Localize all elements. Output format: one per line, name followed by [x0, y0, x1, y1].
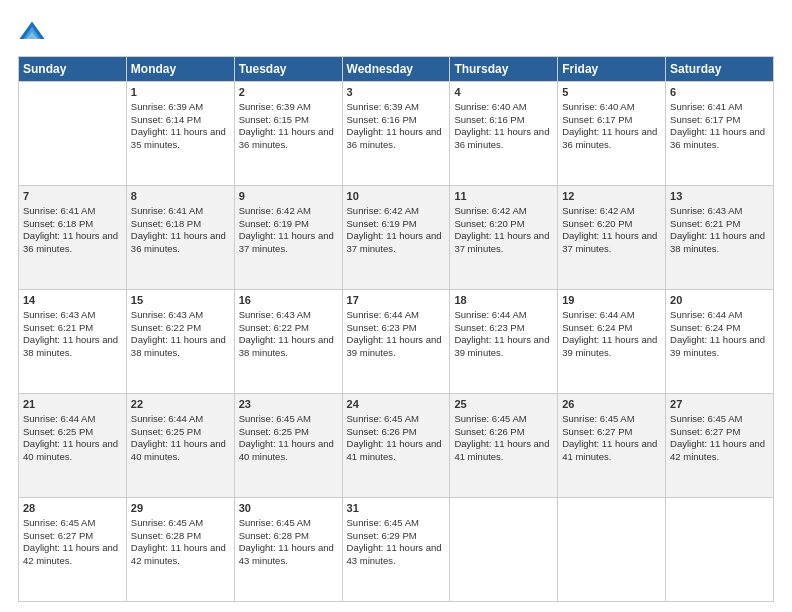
daylight: Daylight: 11 hours and 42 minutes.	[670, 438, 765, 462]
weekday-header-tuesday: Tuesday	[234, 57, 342, 82]
day-number: 16	[239, 293, 338, 308]
daylight: Daylight: 11 hours and 39 minutes.	[562, 334, 657, 358]
sunrise: Sunrise: 6:44 AM	[23, 413, 95, 424]
daylight: Daylight: 11 hours and 36 minutes.	[670, 126, 765, 150]
day-cell	[450, 498, 558, 602]
weekday-header-saturday: Saturday	[666, 57, 774, 82]
day-cell: 10Sunrise: 6:42 AMSunset: 6:19 PMDayligh…	[342, 186, 450, 290]
daylight: Daylight: 11 hours and 41 minutes.	[454, 438, 549, 462]
day-cell: 29Sunrise: 6:45 AMSunset: 6:28 PMDayligh…	[126, 498, 234, 602]
day-cell: 21Sunrise: 6:44 AMSunset: 6:25 PMDayligh…	[19, 394, 127, 498]
sunrise: Sunrise: 6:42 AM	[239, 205, 311, 216]
weekday-row: SundayMondayTuesdayWednesdayThursdayFrid…	[19, 57, 774, 82]
sunset: Sunset: 6:24 PM	[562, 322, 632, 333]
day-number: 2	[239, 85, 338, 100]
sunset: Sunset: 6:27 PM	[23, 530, 93, 541]
day-number: 20	[670, 293, 769, 308]
day-cell: 6Sunrise: 6:41 AMSunset: 6:17 PMDaylight…	[666, 82, 774, 186]
day-cell	[558, 498, 666, 602]
sunrise: Sunrise: 6:45 AM	[347, 413, 419, 424]
daylight: Daylight: 11 hours and 38 minutes.	[131, 334, 226, 358]
daylight: Daylight: 11 hours and 41 minutes.	[347, 438, 442, 462]
sunrise: Sunrise: 6:39 AM	[347, 101, 419, 112]
sunrise: Sunrise: 6:41 AM	[670, 101, 742, 112]
sunset: Sunset: 6:17 PM	[670, 114, 740, 125]
day-number: 15	[131, 293, 230, 308]
day-number: 28	[23, 501, 122, 516]
day-number: 6	[670, 85, 769, 100]
page: SundayMondayTuesdayWednesdayThursdayFrid…	[0, 0, 792, 612]
header	[18, 18, 774, 46]
day-number: 27	[670, 397, 769, 412]
day-number: 17	[347, 293, 446, 308]
sunset: Sunset: 6:20 PM	[454, 218, 524, 229]
sunset: Sunset: 6:23 PM	[347, 322, 417, 333]
sunset: Sunset: 6:14 PM	[131, 114, 201, 125]
daylight: Daylight: 11 hours and 38 minutes.	[670, 230, 765, 254]
day-number: 12	[562, 189, 661, 204]
day-cell: 2Sunrise: 6:39 AMSunset: 6:15 PMDaylight…	[234, 82, 342, 186]
day-cell: 13Sunrise: 6:43 AMSunset: 6:21 PMDayligh…	[666, 186, 774, 290]
sunset: Sunset: 6:28 PM	[239, 530, 309, 541]
day-number: 9	[239, 189, 338, 204]
sunset: Sunset: 6:21 PM	[670, 218, 740, 229]
day-cell: 23Sunrise: 6:45 AMSunset: 6:25 PMDayligh…	[234, 394, 342, 498]
sunrise: Sunrise: 6:45 AM	[239, 517, 311, 528]
daylight: Daylight: 11 hours and 36 minutes.	[23, 230, 118, 254]
day-cell: 25Sunrise: 6:45 AMSunset: 6:26 PMDayligh…	[450, 394, 558, 498]
day-cell: 14Sunrise: 6:43 AMSunset: 6:21 PMDayligh…	[19, 290, 127, 394]
daylight: Daylight: 11 hours and 35 minutes.	[131, 126, 226, 150]
sunrise: Sunrise: 6:45 AM	[347, 517, 419, 528]
day-cell: 27Sunrise: 6:45 AMSunset: 6:27 PMDayligh…	[666, 394, 774, 498]
daylight: Daylight: 11 hours and 37 minutes.	[454, 230, 549, 254]
sunset: Sunset: 6:21 PM	[23, 322, 93, 333]
sunrise: Sunrise: 6:44 AM	[670, 309, 742, 320]
sunrise: Sunrise: 6:42 AM	[347, 205, 419, 216]
daylight: Daylight: 11 hours and 39 minutes.	[347, 334, 442, 358]
day-cell: 3Sunrise: 6:39 AMSunset: 6:16 PMDaylight…	[342, 82, 450, 186]
sunset: Sunset: 6:26 PM	[347, 426, 417, 437]
daylight: Daylight: 11 hours and 37 minutes.	[347, 230, 442, 254]
sunrise: Sunrise: 6:45 AM	[454, 413, 526, 424]
day-number: 24	[347, 397, 446, 412]
day-cell: 31Sunrise: 6:45 AMSunset: 6:29 PMDayligh…	[342, 498, 450, 602]
sunset: Sunset: 6:23 PM	[454, 322, 524, 333]
weekday-header-wednesday: Wednesday	[342, 57, 450, 82]
day-cell: 28Sunrise: 6:45 AMSunset: 6:27 PMDayligh…	[19, 498, 127, 602]
sunrise: Sunrise: 6:43 AM	[23, 309, 95, 320]
sunset: Sunset: 6:26 PM	[454, 426, 524, 437]
day-number: 21	[23, 397, 122, 412]
weekday-header-monday: Monday	[126, 57, 234, 82]
day-cell: 4Sunrise: 6:40 AMSunset: 6:16 PMDaylight…	[450, 82, 558, 186]
sunrise: Sunrise: 6:43 AM	[670, 205, 742, 216]
sunset: Sunset: 6:24 PM	[670, 322, 740, 333]
sunset: Sunset: 6:16 PM	[454, 114, 524, 125]
sunset: Sunset: 6:25 PM	[131, 426, 201, 437]
sunset: Sunset: 6:15 PM	[239, 114, 309, 125]
logo	[18, 18, 48, 46]
day-number: 31	[347, 501, 446, 516]
day-cell: 9Sunrise: 6:42 AMSunset: 6:19 PMDaylight…	[234, 186, 342, 290]
day-number: 19	[562, 293, 661, 308]
logo-icon	[18, 18, 46, 46]
daylight: Daylight: 11 hours and 37 minutes.	[562, 230, 657, 254]
sunset: Sunset: 6:19 PM	[347, 218, 417, 229]
sunrise: Sunrise: 6:45 AM	[239, 413, 311, 424]
day-cell: 11Sunrise: 6:42 AMSunset: 6:20 PMDayligh…	[450, 186, 558, 290]
day-number: 13	[670, 189, 769, 204]
sunset: Sunset: 6:29 PM	[347, 530, 417, 541]
day-number: 3	[347, 85, 446, 100]
sunset: Sunset: 6:17 PM	[562, 114, 632, 125]
sunrise: Sunrise: 6:45 AM	[562, 413, 634, 424]
sunset: Sunset: 6:18 PM	[23, 218, 93, 229]
day-cell: 8Sunrise: 6:41 AMSunset: 6:18 PMDaylight…	[126, 186, 234, 290]
sunset: Sunset: 6:25 PM	[239, 426, 309, 437]
week-row-2: 7Sunrise: 6:41 AMSunset: 6:18 PMDaylight…	[19, 186, 774, 290]
daylight: Daylight: 11 hours and 39 minutes.	[454, 334, 549, 358]
daylight: Daylight: 11 hours and 40 minutes.	[23, 438, 118, 462]
day-number: 8	[131, 189, 230, 204]
sunrise: Sunrise: 6:41 AM	[23, 205, 95, 216]
sunrise: Sunrise: 6:44 AM	[454, 309, 526, 320]
weekday-header-sunday: Sunday	[19, 57, 127, 82]
day-cell: 20Sunrise: 6:44 AMSunset: 6:24 PMDayligh…	[666, 290, 774, 394]
